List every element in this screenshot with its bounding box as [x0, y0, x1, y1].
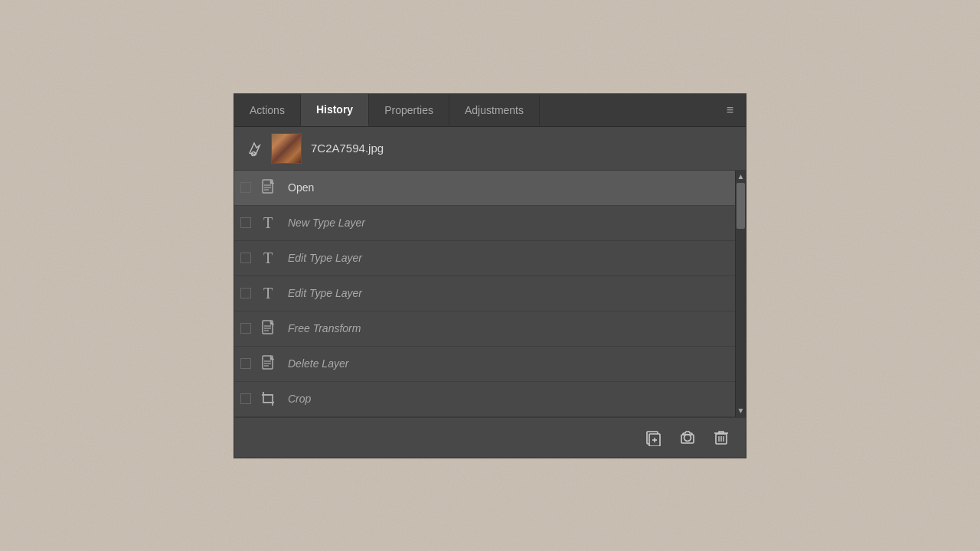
svg-text:T: T	[263, 214, 273, 231]
file-thumbnail	[271, 133, 302, 164]
item-label: Edit Type Layer	[288, 252, 362, 264]
file-header: 7C2A7594.jpg	[234, 127, 746, 171]
file-name: 7C2A7594.jpg	[311, 142, 384, 155]
document-icon	[259, 354, 279, 373]
scroll-up-arrow[interactable]: ▲	[736, 171, 746, 183]
tab-adjustments[interactable]: Adjustments	[449, 95, 540, 126]
document-icon	[259, 178, 279, 197]
text-icon: T	[259, 283, 279, 303]
item-label: New Type Layer	[288, 217, 365, 229]
history-item[interactable]: Crop	[234, 382, 735, 417]
tab-actions[interactable]: Actions	[234, 95, 301, 126]
item-checkbox[interactable]	[240, 393, 251, 404]
scroll-down-arrow[interactable]: ▼	[736, 405, 746, 417]
history-item[interactable]: T New Type Layer	[234, 206, 735, 241]
new-snapshot-button[interactable]	[642, 425, 666, 450]
history-content: Open T New Type Layer T	[234, 171, 746, 417]
crop-icon	[259, 389, 279, 409]
footer-toolbar	[234, 417, 746, 458]
history-item[interactable]: T Edit Type Layer	[234, 276, 735, 311]
item-label: Delete Layer	[288, 357, 348, 370]
item-checkbox[interactable]	[240, 288, 251, 298]
svg-rect-21	[681, 435, 694, 443]
item-checkbox[interactable]	[240, 253, 251, 263]
item-checkbox[interactable]	[240, 182, 251, 193]
svg-text:T: T	[263, 285, 273, 302]
scroll-track[interactable]	[736, 183, 746, 405]
item-checkbox[interactable]	[240, 358, 251, 369]
history-brush-icon	[243, 138, 265, 159]
document-icon	[259, 318, 279, 338]
scrollbar[interactable]: ▲ ▼	[735, 171, 746, 417]
create-snapshot-button[interactable]	[675, 425, 700, 450]
item-checkbox[interactable]	[240, 217, 251, 228]
svg-text:T: T	[263, 249, 273, 266]
text-icon: T	[259, 248, 279, 268]
item-checkbox[interactable]	[240, 323, 251, 334]
item-label: Free Transform	[288, 322, 361, 334]
history-item[interactable]: Free Transform	[234, 311, 735, 347]
history-item[interactable]: Delete Layer	[234, 347, 735, 382]
panel-menu-icon[interactable]: ≡	[714, 94, 746, 126]
delete-button[interactable]	[709, 425, 733, 450]
history-item[interactable]: Open	[234, 171, 735, 206]
text-icon: T	[259, 213, 279, 233]
tab-bar: Actions History Properties Adjustments ≡	[234, 94, 746, 127]
svg-point-20	[684, 434, 691, 441]
history-item[interactable]: T Edit Type Layer	[234, 241, 735, 276]
item-label: Open	[288, 181, 314, 194]
history-list: Open T New Type Layer T	[234, 171, 735, 417]
tab-properties[interactable]: Properties	[369, 95, 449, 126]
tab-history[interactable]: History	[301, 94, 369, 126]
item-label: Edit Type Layer	[288, 287, 362, 299]
scroll-thumb[interactable]	[737, 183, 745, 229]
history-panel: Actions History Properties Adjustments ≡…	[234, 93, 746, 458]
item-label: Crop	[288, 393, 311, 405]
